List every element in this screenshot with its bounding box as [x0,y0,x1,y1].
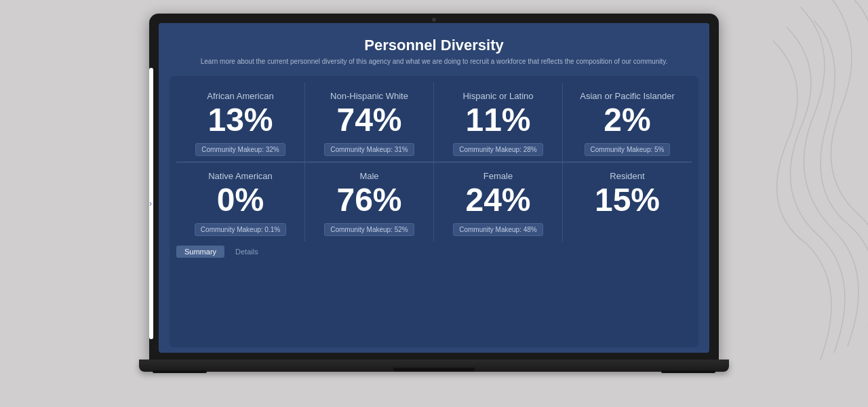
tab-summary[interactable]: Summary [176,246,224,258]
stat-value-african-american: 13% [208,104,273,136]
stat-label-hispanic-latino: Hispanic or Latino [462,91,533,101]
community-badge-native-american: Community Makeup: 0.1% [195,223,286,236]
stat-value-male: 76% [336,184,401,216]
stats-container: African American 13% Community Makeup: 3… [170,76,698,347]
stat-cell-non-hispanic-white: Non-Hispanic White 74% Community Makeup:… [305,83,434,161]
community-badge-african-american: Community Makeup: 32% [195,143,285,156]
laptop-base [139,360,729,372]
tab-details[interactable]: Details [227,246,267,258]
stat-label-resident: Resident [610,171,644,181]
page-title: Personnel Diversity [170,37,698,54]
page-subtitle: Learn more about the current personnel d… [170,57,698,66]
community-badge-asian-pacific: Community Makeup: 5% [585,143,671,156]
stat-value-resident: 15% [595,184,660,216]
stat-label-asian-pacific: Asian or Pacific Islander [580,91,674,101]
stats-row-1: African American 13% Community Makeup: 3… [176,83,692,162]
stat-label-female: Female [484,171,513,181]
laptop-screen: Personnel Diversity Learn more about the… [159,23,709,353]
stat-label-african-american: African American [207,91,273,101]
stat-value-hispanic-latino: 11% [465,104,530,136]
stat-label-non-hispanic-white: Non-Hispanic White [330,91,408,101]
app-content: Personnel Diversity Learn more about the… [159,23,709,353]
scroll-arrow-icon: › [149,199,152,208]
stats-row-2: Native American 0% Community Makeup: 0.1… [176,163,692,241]
laptop-container: Personnel Diversity Learn more about the… [142,14,726,393]
stat-cell-asian-pacific: Asian or Pacific Islander 2% Community M… [563,83,692,161]
stat-cell-hispanic-latino: Hispanic or Latino 11% Community Makeup:… [434,83,563,161]
stat-value-asian-pacific: 2% [604,104,650,136]
stat-label-native-american: Native American [208,171,273,181]
stat-cell-female: Female 24% Community Makeup: 48% [434,163,563,241]
community-badge-hispanic-latino: Community Makeup: 28% [453,143,543,156]
community-badge-male: Community Makeup: 52% [324,223,414,236]
laptop-foot-right [661,370,715,373]
stat-cell-african-american: African American 13% Community Makeup: 3… [176,83,305,161]
laptop-foot-left [153,370,207,373]
stat-value-native-american: 0% [217,184,264,216]
stat-value-non-hispanic-white: 74% [336,104,401,136]
laptop-screen-bezel: Personnel Diversity Learn more about the… [149,14,719,360]
stat-label-male: Male [359,171,378,181]
tabs-bar: Summary Details [176,241,692,259]
community-badge-female: Community Makeup: 48% [453,223,543,236]
community-badge-non-hispanic-white: Community Makeup: 31% [324,143,414,156]
stat-value-female: 24% [465,184,530,216]
stat-cell-resident: Resident 15% [563,163,692,241]
scroll-indicator: › [149,68,153,339]
stat-cell-native-american: Native American 0% Community Makeup: 0.1… [176,163,305,241]
stat-cell-male: Male 76% Community Makeup: 52% [305,163,434,241]
